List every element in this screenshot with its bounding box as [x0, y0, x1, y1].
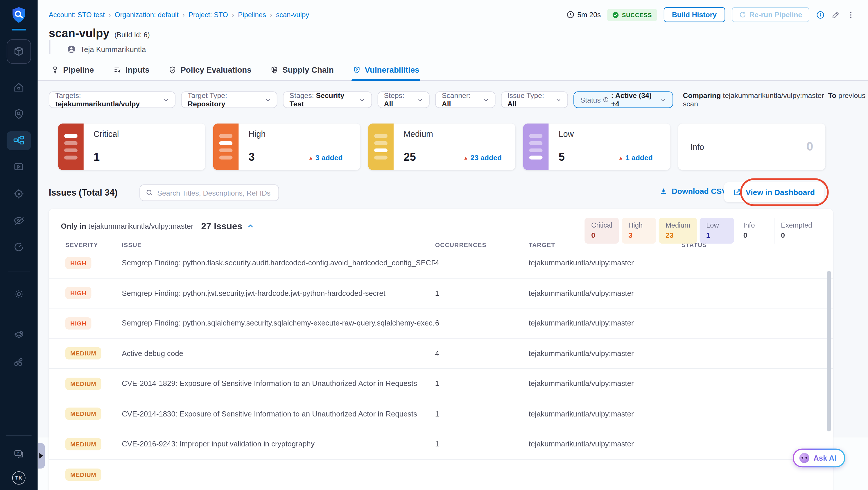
nav-icon-stack [7, 78, 31, 371]
sidebar-item-security-review[interactable] [7, 211, 31, 230]
severity-summary-chips: Critical0 High3 Medium23 Low1 Info0 [582, 218, 819, 244]
tab-inputs[interactable]: Inputs [112, 61, 151, 81]
tab-supply-chain[interactable]: Supply Chain [269, 61, 335, 81]
tab-policy-evaluations[interactable]: Policy Evaluations [167, 61, 253, 81]
info-icon[interactable] [816, 10, 825, 19]
target-value: tejakummarikuntla/vulpy:master [529, 319, 682, 328]
table-row[interactable]: MEDIUM CVE-2014-1830: Exposure of Sensit… [49, 399, 833, 429]
active-module-indicator [11, 29, 26, 31]
module-selector-button[interactable] [7, 39, 31, 64]
breadcrumb-account[interactable]: Account: STO test [49, 11, 105, 19]
occurrences-value: 1 [435, 410, 529, 418]
external-link-icon [733, 188, 741, 196]
low-added-label: ▲1 added [618, 153, 653, 162]
user-avatar[interactable]: TK [12, 471, 26, 485]
left-nav-sidebar: ? TK [0, 0, 38, 490]
chip-medium: Medium23 [659, 218, 696, 244]
issues-search[interactable] [140, 185, 279, 201]
sidebar-item-help-chat[interactable]: ? [7, 445, 31, 464]
policy-shield-icon [168, 66, 177, 74]
sto-logo[interactable] [9, 5, 28, 31]
ask-ai-button[interactable]: Ask AI [793, 449, 845, 468]
sidebar-item-settings[interactable] [7, 284, 31, 303]
severity-card-medium[interactable]: Medium 25 ▲23 added [368, 124, 515, 170]
sidebar-item-executions[interactable] [7, 158, 31, 177]
page-title: scan-vulpy [49, 26, 110, 40]
severity-card-low[interactable]: Low 5 ▲1 added [523, 124, 671, 170]
chevron-down-icon [556, 97, 561, 103]
more-options-icon[interactable] [847, 10, 855, 19]
severity-card-info[interactable]: Info 0 [678, 124, 825, 170]
table-row[interactable]: HIGH Semgrep Finding: python.jwt.securit… [49, 278, 833, 309]
sidebar-item-targets[interactable] [7, 185, 31, 204]
table-row[interactable]: MEDIUM Active debug code 4 tejakummariku… [49, 339, 833, 369]
nav-divider [8, 271, 30, 271]
executions-icon [13, 161, 25, 174]
chevron-down-icon [265, 97, 271, 103]
issue-title[interactable]: Semgrep Finding: python.sqlalchemy.secur… [122, 319, 435, 328]
nav-divider-bottom [6, 435, 32, 436]
chevron-down-icon [483, 97, 489, 103]
table-row-partial[interactable]: MEDIUM [49, 459, 833, 490]
sidebar-item-getting-started[interactable] [7, 238, 31, 256]
download-csv-button[interactable]: Download CSV [659, 187, 727, 195]
breadcrumb-separator: › [108, 11, 111, 19]
table-row[interactable]: MEDIUM CVE-2016-9243: Improper input val… [49, 429, 833, 459]
svg-text:?: ? [17, 451, 20, 455]
filter-targets[interactable]: Targets: tejakummarikuntla/vulpy [49, 91, 176, 108]
severity-card-critical[interactable]: Critical 1 [58, 124, 206, 170]
table-scrollbar-thumb[interactable] [827, 271, 831, 432]
severity-card-high[interactable]: High 3 ▲3 added [213, 124, 361, 170]
search-input[interactable] [157, 189, 273, 197]
table-row[interactable]: HIGH Semgrep Finding: python.sqlalchemy.… [49, 308, 833, 339]
issue-title[interactable]: CVE-2014-1830: Exposure of Sensitive Inf… [122, 410, 435, 418]
filter-status[interactable]: Status : Active (34) +4 [574, 91, 673, 108]
author-name: Teja Kummarikuntla [80, 45, 146, 54]
filter-target-type[interactable]: Target Type: Repository [181, 91, 277, 108]
ai-mascot-icon [800, 453, 810, 463]
issue-title[interactable]: CVE-2014-1829: Exposure of Sensitive Inf… [122, 379, 435, 388]
build-history-button[interactable]: Build History [663, 7, 725, 22]
pipelines-icon [12, 134, 26, 147]
filter-stages[interactable]: Stages: Security Test [283, 91, 372, 108]
sidebar-item-default-settings[interactable] [7, 326, 31, 344]
filter-scanner[interactable]: Scanner: All [435, 91, 495, 108]
edit-pencil-icon[interactable] [831, 10, 840, 19]
vulnerabilities-content: Targets: tejakummarikuntla/vulpy Target … [38, 81, 868, 437]
comparing-label: Comparing tejakummarikuntla/vulpy:master… [683, 91, 868, 108]
breadcrumb-current[interactable]: scan-vulpy [276, 11, 309, 19]
group-issue-count[interactable]: 27 Issues [201, 221, 254, 231]
breadcrumb-project[interactable]: Project: STO [189, 11, 228, 19]
chevron-down-icon [163, 97, 169, 103]
build-duration: 5m 20s [566, 10, 601, 19]
chevron-down-icon [359, 97, 365, 103]
occurrences-value: 4 [435, 259, 529, 267]
tab-pipeline[interactable]: Pipeline [50, 61, 95, 81]
table-row[interactable]: MEDIUM CVE-2014-1829: Exposure of Sensit… [49, 369, 833, 399]
severity-badge: HIGH [65, 317, 92, 329]
chevron-up-icon[interactable] [247, 223, 254, 230]
top-actions: 5m 20s SUCCESS Build History Re-run Pipe… [566, 7, 855, 22]
gauge-icon [13, 241, 25, 253]
chevron-down-icon [660, 97, 666, 103]
breadcrumb-pipelines[interactable]: Pipelines [238, 11, 266, 19]
issue-title[interactable]: Active debug code [122, 349, 435, 358]
sidebar-item-home[interactable] [7, 78, 31, 97]
issue-title[interactable]: CVE-2016-9243: Improper input validation… [122, 440, 435, 449]
filter-issue-type[interactable]: Issue Type: All [501, 91, 568, 108]
main-panel: Account: STO test› Organization: default… [38, 0, 868, 490]
top-bar: Account: STO test› Organization: default… [38, 0, 868, 22]
breadcrumb-organization[interactable]: Organization: default [115, 11, 179, 19]
issue-title[interactable]: Semgrep Finding: python.jwt.security.jwt… [122, 289, 435, 297]
view-in-dashboard-button[interactable]: View in Dashboard [724, 182, 824, 202]
issue-title[interactable]: Semgrep Finding: python.flask.security.a… [122, 259, 435, 267]
sidebar-expand-handle[interactable] [38, 443, 45, 468]
triangle-up-icon: ▲ [463, 155, 468, 160]
tab-vulnerabilities[interactable]: Vulnerabilities [351, 61, 420, 81]
sidebar-item-org-settings[interactable] [7, 352, 31, 371]
sidebar-item-test-targets[interactable] [7, 104, 31, 124]
rerun-pipeline-button[interactable]: Re-run Pipeline [732, 7, 809, 22]
filter-steps[interactable]: Steps: All [377, 91, 430, 108]
table-row[interactable]: HIGH Semgrep Finding: python.flask.secur… [49, 248, 833, 278]
sidebar-item-pipelines[interactable] [7, 131, 31, 150]
